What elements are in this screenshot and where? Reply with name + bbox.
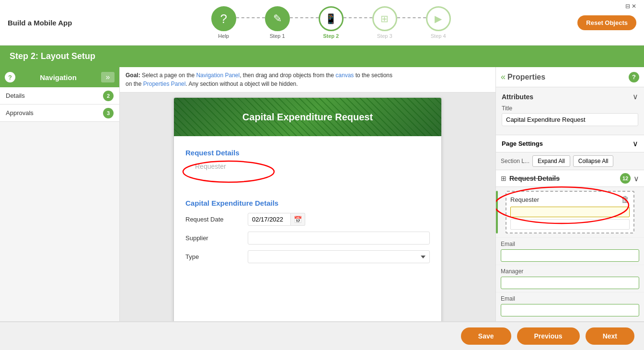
step-2[interactable]: 📱 Step 2: [319, 6, 344, 39]
props-field-header: Requester 🗑: [510, 195, 630, 205]
expand-all-button[interactable]: Expand All: [532, 155, 570, 167]
nav-panel: ? Navigation » Details 2 Approvals 3: [0, 67, 120, 321]
connector-4: [397, 17, 426, 18]
step-4[interactable]: ▶ Step 4: [426, 6, 451, 39]
supplier-row: Supplier: [185, 232, 430, 245]
req-details-label: Request Details: [509, 175, 617, 182]
step-4-circle[interactable]: ▶: [426, 6, 451, 31]
main-layout: ? Navigation » Details 2 Approvals 3 Goa…: [0, 67, 644, 321]
top-bar: ⊟ ✕ Build a Mobile App ? Help ✎ Step 1 📱…: [0, 0, 644, 46]
props-field-input-highlighted: [510, 207, 630, 217]
manager-section: Manager: [496, 265, 644, 292]
props-collapse-button[interactable]: «: [501, 72, 506, 82]
email-section-1: Email: [496, 237, 644, 265]
canvas-area: Goal: Select a page on the Navigation Pa…: [120, 67, 495, 321]
nav-help-button[interactable]: ?: [5, 72, 15, 82]
goal-link-nav: Navigation Panel: [196, 72, 240, 79]
attributes-section: Attributes ∨ Title: [496, 87, 644, 135]
request-date-label: Request Date: [185, 216, 243, 223]
form-section-request-details: Request Details: [185, 149, 430, 157]
form-header-image: Capital Expenditure Request: [174, 98, 441, 136]
step-1-label: Step 1: [270, 33, 285, 39]
props-scroll[interactable]: Attributes ∨ Title Page Settings ∨ Secti…: [496, 87, 644, 321]
props-field-input-plain: [510, 219, 630, 230]
nav-item-approvals[interactable]: Approvals 3: [0, 105, 119, 122]
attributes-section-title: Attributes: [502, 93, 533, 101]
email-section-2: Email: [496, 292, 644, 319]
app-title: Build a Mobile App: [8, 19, 94, 27]
attributes-chevron[interactable]: ∨: [632, 92, 638, 101]
canvas-scroll[interactable]: Capital Expenditure Request Request Deta…: [120, 93, 495, 321]
step-2-label: Step 2: [323, 33, 339, 39]
step-3[interactable]: ⊞ Step 3: [372, 6, 397, 39]
props-requester-wrapper: Requester 🗑: [501, 191, 639, 233]
step-help-label: Help: [218, 33, 229, 39]
request-date-input[interactable]: [248, 213, 291, 226]
next-button[interactable]: Next: [586, 327, 634, 345]
nav-item-details-label: Details: [6, 92, 103, 99]
window-controls[interactable]: ⊟ ✕: [625, 3, 636, 10]
request-date-row: Request Date 📅: [185, 213, 430, 226]
step-header-title: Step 2: Layout Setup: [10, 51, 95, 61]
goal-text: Select a page on the Navigation Panel, t…: [126, 72, 392, 87]
nav-badge-details: 2: [103, 91, 114, 101]
supplier-label: Supplier: [185, 234, 243, 242]
step-help-circle[interactable]: ?: [211, 6, 236, 31]
nav-badge-approvals: 3: [103, 108, 114, 118]
reset-objects-button[interactable]: Reset Objects: [577, 15, 636, 30]
connector-2: [290, 17, 319, 18]
page-settings-chevron[interactable]: ∨: [632, 139, 638, 148]
manager-input[interactable]: [501, 277, 639, 289]
goal-link-canvas: canvas: [335, 72, 354, 79]
step-3-label: Step 3: [377, 33, 392, 39]
step-1-circle[interactable]: ✎: [265, 6, 290, 31]
properties-panel: « Properties ? Attributes ∨ Title Page S…: [495, 67, 644, 321]
type-label: Type: [185, 253, 243, 260]
grid-icon: ⊞: [501, 175, 506, 182]
step-4-label: Step 4: [431, 33, 446, 39]
collapse-all-button[interactable]: Collapse All: [573, 155, 614, 167]
section-label-text: Section L...: [501, 158, 529, 164]
save-button[interactable]: Save: [461, 327, 511, 345]
props-title: Properties: [507, 73, 629, 82]
goal-bar: Goal: Select a page on the Navigation Pa…: [120, 67, 495, 93]
connector-3: [344, 17, 372, 18]
page-settings-header: Page Settings ∨: [496, 135, 644, 152]
req-details-expand-chevron[interactable]: ∨: [633, 174, 639, 183]
props-help-button[interactable]: ?: [629, 72, 639, 82]
props-req-details-header: ⊞ Request Details 12 ∨: [496, 170, 644, 187]
wizard-steps: ? Help ✎ Step 1 📱 Step 2 ⊞ Step 3 ▶ Step…: [94, 6, 568, 39]
connector-1: [236, 17, 265, 18]
calendar-button[interactable]: 📅: [291, 213, 305, 226]
requester-placeholder: Requester: [185, 158, 236, 175]
type-row: Type: [185, 250, 430, 263]
goal-link-props: Properties Panel: [143, 81, 186, 87]
nav-expand-button[interactable]: »: [101, 72, 115, 82]
title-field-label: Title: [502, 105, 638, 112]
step-1[interactable]: ✎ Step 1: [265, 6, 290, 39]
step-help[interactable]: ? Help: [211, 6, 236, 39]
supplier-input[interactable]: [248, 232, 430, 245]
form-preview: Capital Expenditure Request Request Deta…: [173, 97, 442, 321]
props-header: « Properties ?: [496, 67, 644, 87]
nav-header: ? Navigation »: [0, 67, 119, 87]
type-select[interactable]: [248, 250, 430, 263]
props-delete-button[interactable]: 🗑: [621, 195, 630, 205]
left-accent-bar: [496, 191, 498, 233]
nav-item-details[interactable]: Details 2: [0, 87, 119, 105]
bottom-footer: Save Previous Next: [0, 321, 644, 350]
section-toolbar: Section L... Expand All Collapse All: [496, 152, 644, 170]
step-2-circle[interactable]: 📱: [319, 6, 344, 31]
email-1-label: Email: [501, 241, 639, 247]
props-requester-field: Requester 🗑: [506, 191, 634, 233]
props-requester-name: Requester: [510, 196, 539, 203]
email-1-input[interactable]: [501, 249, 639, 262]
title-field-input[interactable]: [502, 113, 638, 126]
email-2-input[interactable]: [501, 304, 639, 316]
nav-title: Navigation: [15, 73, 101, 82]
req-count-badge: 12: [620, 173, 631, 184]
page-settings-title: Page Settings: [502, 140, 543, 147]
step-3-circle[interactable]: ⊞: [372, 6, 397, 31]
previous-button[interactable]: Previous: [517, 327, 580, 345]
requester-oval-container: Requester: [185, 163, 430, 170]
